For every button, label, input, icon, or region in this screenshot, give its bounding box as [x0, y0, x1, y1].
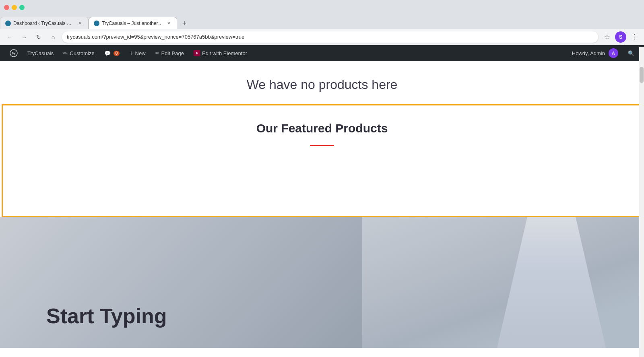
- hero-text: Start Typing: [46, 305, 167, 328]
- new-item[interactable]: + New: [124, 45, 150, 61]
- red-divider: [310, 145, 334, 146]
- wordpress-icon: W: [10, 49, 18, 57]
- wp-admin-right: Howdy, Admin A 🔍: [567, 45, 639, 61]
- comments-icon: 💬: [104, 50, 111, 56]
- edit-elementor-item[interactable]: e Edit with Elementor: [189, 45, 252, 61]
- svg-text:W: W: [12, 51, 16, 56]
- bookmark-button[interactable]: ☆: [601, 31, 613, 43]
- search-admin-item[interactable]: 🔍: [623, 45, 639, 61]
- edit-elementor-label: Edit with Elementor: [202, 50, 247, 56]
- comments-count: 0: [114, 51, 120, 56]
- howdy-text: Howdy, Admin: [572, 50, 605, 56]
- tab-preview[interactable]: TryCasuals – Just another WordP... ✕: [89, 17, 177, 29]
- new-label: New: [135, 50, 146, 56]
- no-products-heading: We have no products here: [0, 61, 644, 104]
- site-name-label: TryCasuals: [27, 50, 54, 56]
- forward-button[interactable]: →: [19, 31, 30, 43]
- comments-item[interactable]: 💬 0: [99, 45, 125, 61]
- address-bar-row: ← → ↻ ⌂ ☆ S ⋮: [0, 29, 644, 45]
- tab-bar: Dashboard ‹ TryCasuals — Word... ✕ TryCa…: [0, 14, 644, 29]
- hero-image: [362, 217, 644, 348]
- featured-products-title: Our Featured Products: [11, 122, 633, 135]
- page-content: We have no products here Our Featured Pr…: [0, 61, 644, 357]
- window-maximize-button[interactable]: [19, 5, 25, 10]
- admin-avatar: A: [609, 48, 618, 58]
- wp-admin-bar: W TryCasuals ✏ Customize 💬 0 + New ✏ Edi…: [0, 45, 644, 61]
- howdy-item[interactable]: Howdy, Admin A: [567, 45, 623, 61]
- address-input[interactable]: [62, 31, 598, 43]
- new-tab-button[interactable]: +: [179, 18, 190, 29]
- window-minimize-button[interactable]: [12, 5, 17, 10]
- hero-section: Start Typing: [0, 217, 644, 348]
- window-controls: [4, 5, 25, 10]
- featured-products-section: Our Featured Products: [2, 104, 642, 217]
- browser-toolbar-right: ☆ S ⋮: [601, 31, 640, 43]
- window-close-button[interactable]: [4, 5, 9, 10]
- tab-title-2: TryCasuals – Just another WordP...: [102, 21, 163, 26]
- menu-button[interactable]: ⋮: [629, 31, 640, 43]
- tab-favicon-2: [94, 21, 99, 26]
- tab-close-1[interactable]: ✕: [77, 20, 83, 27]
- scrollbar-track[interactable]: [639, 47, 644, 357]
- tab-favicon-1: [5, 21, 11, 26]
- back-button[interactable]: ←: [4, 31, 15, 43]
- customize-item[interactable]: ✏ Customize: [58, 45, 99, 61]
- elementor-icon: e: [194, 50, 200, 56]
- new-icon: +: [129, 50, 133, 57]
- tab-close-2[interactable]: ✕: [165, 20, 172, 27]
- customize-label: Customize: [70, 50, 94, 56]
- edit-page-label: Edit Page: [161, 50, 184, 56]
- site-name-item[interactable]: TryCasuals: [23, 45, 58, 61]
- reload-button[interactable]: ↻: [33, 31, 44, 43]
- search-admin-icon: 🔍: [628, 50, 634, 56]
- home-button[interactable]: ⌂: [47, 31, 59, 43]
- tab-dashboard[interactable]: Dashboard ‹ TryCasuals — Word... ✕: [0, 17, 89, 29]
- scrollbar-thumb[interactable]: [640, 67, 644, 83]
- user-avatar[interactable]: S: [615, 31, 626, 43]
- wp-logo-item[interactable]: W: [5, 45, 23, 61]
- customize-icon: ✏: [63, 50, 68, 56]
- tab-title-1: Dashboard ‹ TryCasuals — Word...: [13, 21, 74, 26]
- edit-page-item[interactable]: ✏ Edit Page: [151, 45, 189, 61]
- browser-titlebar: [0, 0, 644, 14]
- edit-page-icon: ✏: [155, 50, 159, 56]
